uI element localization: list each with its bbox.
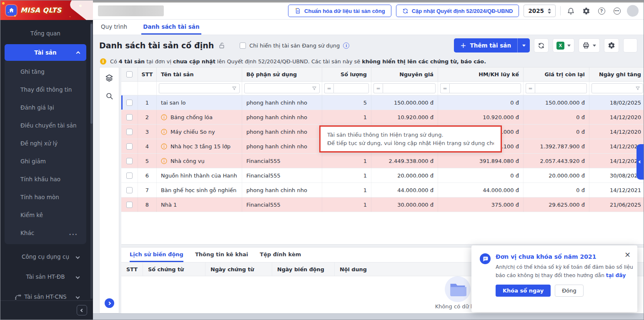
sidebar-subitem-2[interactable]: Thay đổi thông tin [5, 80, 86, 98]
update-decision-button[interactable]: Cập nhật Quyết định 52/2024/QĐ-UBND [396, 5, 519, 17]
sidebar-subitem-1[interactable]: Ghi tăng [5, 62, 86, 80]
brand-banner[interactable]: MISA QLTS [0, 0, 93, 20]
cell-acc: 391.894.080 đ [438, 154, 524, 168]
detail-tab-3[interactable]: Tệp đính kèm [260, 248, 301, 262]
detail-tab-1[interactable]: Lịch sử biến động [130, 248, 183, 262]
search-icon [105, 92, 113, 100]
row-checkbox[interactable] [126, 187, 133, 193]
group-layers-button[interactable] [105, 74, 113, 82]
filter-input-qty[interactable] [336, 85, 366, 91]
sidebar-subitem-10[interactable]: Khác... [5, 224, 86, 242]
equals-operator[interactable]: = [324, 83, 333, 93]
asset-row[interactable]: 2Bảng chống lóaphong hanh chinh nho110.9… [121, 110, 644, 125]
filter-input-cost[interactable] [386, 85, 433, 91]
column-header-date[interactable]: Ngày ghi tăng [589, 68, 644, 82]
year-spinner-icon[interactable] [548, 8, 551, 14]
popup-guide-link[interactable]: tại đây [606, 272, 626, 278]
unlock-icon[interactable] [218, 42, 226, 49]
table-settings-button[interactable] [604, 38, 619, 52]
chevron-up-icon [76, 51, 80, 55]
sidebar-collapse-button[interactable] [77, 305, 87, 315]
close-popup-button[interactable]: Đóng [555, 285, 584, 297]
sidebar-subitem-8[interactable]: Tính hao mòn [5, 188, 86, 206]
lock-now-button[interactable]: Khóa sổ ngay [496, 285, 551, 297]
user-avatar[interactable] [627, 5, 639, 17]
show-in-use-checkbox[interactable]: Chỉ hiển thị tài sản Đang sử dụng i [240, 42, 349, 49]
column-header-acc[interactable]: HM/KH lũy kế [438, 68, 524, 82]
asset-row[interactable]: 8Nhà 1Financial555130.000.000 đ375.000 đ… [121, 198, 644, 212]
sidebar-group-2[interactable]: Tài sản HT-ĐB [5, 267, 86, 287]
row-checkbox[interactable] [126, 158, 133, 164]
sidebar-group-label: Tài sản HT-ĐB [26, 273, 65, 280]
more-options-button[interactable]: ••• [611, 5, 622, 16]
row-checkbox[interactable] [126, 100, 133, 106]
standardize-data-button[interactable]: Chuẩn hóa dữ liệu tài sản công [288, 5, 391, 17]
detail-tab-2[interactable]: Thông tin kê khai [195, 248, 248, 262]
side-panel-handle[interactable] [636, 144, 644, 180]
cell-cost: 10.920.000 đ [371, 110, 438, 125]
settings-gear-button[interactable] [581, 5, 591, 16]
row-checkbox[interactable] [126, 172, 133, 179]
sidebar-subitem-9[interactable]: Kiểm kê [5, 206, 86, 224]
popup-close-icon[interactable]: × [624, 251, 631, 258]
filter-input-name[interactable] [162, 85, 230, 91]
row-checkbox[interactable] [126, 202, 133, 208]
search-rows-button[interactable] [105, 92, 113, 100]
extra-tool-button[interactable] [623, 38, 637, 52]
more-dots-icon[interactable]: ... [69, 230, 78, 236]
sidebar-subitem-6[interactable]: Ghi giảm [5, 152, 86, 170]
filter-input-acc[interactable] [452, 85, 518, 91]
column-header-dept[interactable]: Bộ phận sử dụng [242, 68, 322, 82]
missing-status-tooltip: Tài sản thiếu thông tin Hiện trạng sử dụ… [319, 125, 502, 152]
add-asset-button[interactable]: + Thêm tài sản [454, 38, 530, 52]
column-header-remain[interactable]: Giá trị còn lại [524, 68, 589, 82]
help-button[interactable]: ? [596, 5, 607, 16]
sidebar-scrollbar-thumb[interactable] [90, 24, 93, 124]
detail-column-header: Ngày biến động [272, 262, 335, 276]
expand-panel-button[interactable] [105, 298, 114, 308]
asset-row[interactable]: 6Nguồn hình thành của HanhFinancial55512… [121, 168, 644, 183]
column-header-stt[interactable]: STT [138, 68, 157, 82]
column-header-qty[interactable]: Số lượng [322, 68, 371, 82]
sidebar-group-1[interactable]: Công cụ dụng cụ [5, 247, 86, 267]
asset-row[interactable]: 1tai san lophong hanh chinh nho5150.000.… [121, 95, 644, 110]
sidebar-subitem-3[interactable]: Đánh giá lại [5, 98, 86, 116]
filter-input-dept[interactable] [247, 85, 310, 91]
equals-operator[interactable]: = [373, 83, 383, 93]
column-header-cost[interactable]: Nguyên giá [371, 68, 438, 82]
asset-row[interactable]: 7Bàn ghế học sinh gỗ nghiếnphong hanh ch… [121, 183, 644, 198]
sidebar-subitem-7[interactable]: Tính khấu hao [5, 170, 86, 188]
asset-name: Bảng chống lóa [170, 114, 213, 120]
notifications-bell-button[interactable] [565, 5, 576, 16]
column-header-name[interactable]: Tên tài sản [157, 68, 242, 82]
cell-date: 14/12/2020 [589, 154, 644, 168]
popup-actions: Khóa sổ ngay Đóng [496, 285, 634, 297]
row-checkbox[interactable] [126, 114, 133, 120]
add-asset-dropdown-toggle[interactable] [517, 38, 530, 52]
cell-name: Máy chiếu So ny [157, 125, 242, 139]
export-excel-button[interactable]: X [553, 38, 574, 52]
sidebar-item-tong-quan[interactable]: Tổng quan [5, 25, 86, 42]
checkbox-box[interactable] [240, 42, 246, 49]
filter-input-date[interactable] [594, 85, 634, 91]
refresh-table-button[interactable] [534, 38, 549, 52]
info-icon[interactable]: i [343, 42, 349, 49]
filter-input-remain[interactable] [538, 85, 584, 91]
select-all-checkbox[interactable] [126, 71, 133, 78]
sidebar-item-tai-san[interactable]: Tài sản [5, 44, 86, 61]
asset-row[interactable]: 5Nhà công vụFinancial55512.449.338.000 đ… [121, 154, 644, 168]
tab-danh-sach-tai-san[interactable]: Danh sách tài sản [141, 20, 201, 35]
fiscal-year-selector[interactable]: 2025 [524, 5, 556, 17]
equals-operator[interactable]: = [440, 83, 449, 93]
tab-quy-trinh[interactable]: Quy trình [99, 20, 129, 35]
empty-folder-icon [445, 276, 471, 302]
filter-input-wrap [383, 83, 436, 93]
sidebar-subitem-4[interactable]: Điều chuyển tài sản [5, 116, 86, 134]
equals-operator[interactable]: = [526, 83, 535, 93]
page-title: Danh sách tài sản cố định [99, 41, 214, 50]
row-checkbox[interactable] [126, 129, 133, 135]
row-checkbox[interactable] [126, 143, 133, 150]
sidebar-subitem-5[interactable]: Đề nghị xử lý [5, 134, 86, 152]
print-button[interactable] [579, 38, 600, 52]
standardize-data-label: Chuẩn hóa dữ liệu tài sản công [304, 8, 385, 14]
